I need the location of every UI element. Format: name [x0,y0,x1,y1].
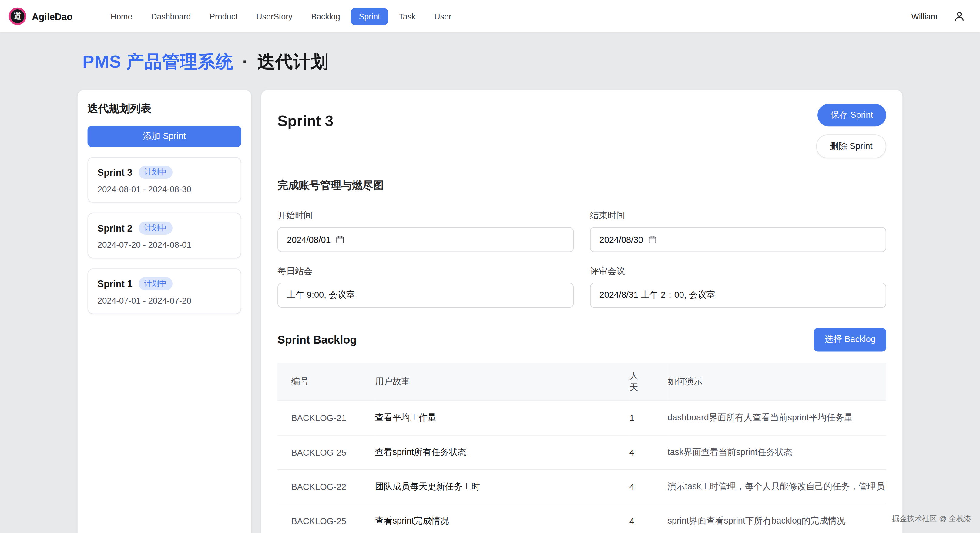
review-field-group: 评审会议 2024/8/31 上午 2：00, 会议室 [590,266,886,308]
backlog-demo-cell: task界面查看当前sprint任务状态 [667,435,886,469]
backlog-days-cell: 4 [630,469,668,504]
nav-item-backlog[interactable]: Backlog [303,8,348,25]
nav-item-dashboard[interactable]: Dashboard [143,8,199,25]
start-time-input[interactable]: 2024/08/01 [277,227,574,252]
column-header-id: 编号 [277,363,375,401]
sprint-list-item-2[interactable]: Sprint 2 计划中 2024-07-20 - 2024-08-01 [88,213,241,258]
calendar-icon[interactable] [648,235,657,244]
page-title-section: 迭代计划 [258,52,329,71]
backlog-days-cell: 4 [630,435,668,469]
nav-right: William [911,11,971,22]
backlog-days-cell: 4 [630,504,668,533]
backlog-table-header-row: 编号 用户故事 人天 如何演示 [277,363,886,401]
backlog-story-cell: 团队成员每天更新任务工时 [375,469,630,504]
backlog-demo-cell: dashboard界面所有人查看当前sprint平均任务量 [667,401,886,435]
review-label: 评审会议 [590,266,886,277]
current-username: William [911,11,937,21]
sprint-list-item-1[interactable]: Sprint 1 计划中 2024-07-01 - 2024-07-20 [88,268,241,314]
table-row[interactable]: BACKLOG-25 查看sprint完成情况 4 sprint界面查看spri… [277,504,886,533]
sprint-status-badge: 计划中 [138,222,172,235]
sprint-item-dates: 2024-07-01 - 2024-07-20 [98,296,231,305]
sprint-list-item-3[interactable]: Sprint 3 计划中 2024-08-01 - 2024-08-30 [88,157,241,203]
main-content: 迭代规划列表 添加 Sprint Sprint 3 计划中 2024-08-01… [78,90,903,533]
standup-value: 上午 9:00, 会议室 [287,290,355,301]
backlog-days-cell: 1 [630,401,668,435]
add-sprint-button[interactable]: 添加 Sprint [88,126,241,147]
sprint-detail-actions: 保存 Sprint 删除 Sprint [816,104,886,158]
start-time-value: 2024/08/01 [287,235,331,245]
sprint-form: 开始时间 2024/08/01 结束时间 2024/08/30 [277,211,886,308]
delete-sprint-button[interactable]: 删除 Sprint [816,134,886,158]
nav-item-userstory[interactable]: UserStory [248,8,301,25]
end-time-value: 2024/08/30 [600,235,643,245]
brand-name: AgileDao [32,11,72,22]
logo-icon: 道 [9,8,26,25]
save-sprint-button[interactable]: 保存 Sprint [817,104,886,126]
standup-input[interactable]: 上午 9:00, 会议室 [277,283,574,308]
brand-logo[interactable]: 道 AgileDao [9,8,72,25]
sprint-status-badge: 计划中 [138,277,172,290]
nav-item-user[interactable]: User [426,8,460,25]
start-time-field-group: 开始时间 2024/08/01 [277,211,574,252]
nav-item-task[interactable]: Task [391,8,424,25]
sprint-backlog-title: Sprint Backlog [277,333,357,346]
column-header-story: 用户故事 [375,363,630,401]
end-time-input[interactable]: 2024/08/30 [590,227,886,252]
standup-label: 每日站会 [277,266,574,277]
watermark-text: 掘金技术社区 @ 全栈港 [892,514,971,524]
nav-item-product[interactable]: Product [201,8,246,25]
column-header-days: 人天 [630,363,668,401]
app-viewport: 道 AgileDao Home Dashboard Product UserSt… [0,0,980,533]
table-row[interactable]: BACKLOG-21 查看平均工作量 1 dashboard界面所有人查看当前s… [277,401,886,435]
sprint-detail-panel: Sprint 3 保存 Sprint 删除 Sprint 完成账号管理与燃尽图 … [261,90,903,533]
end-time-field-group: 结束时间 2024/08/30 [590,211,886,252]
sprint-item-name: Sprint 1 [98,278,132,289]
backlog-id-cell: BACKLOG-22 [277,469,375,504]
backlog-id-cell: BACKLOG-25 [277,435,375,469]
sprint-item-dates: 2024-08-01 - 2024-08-30 [98,185,231,194]
sprint-list-panel: 迭代规划列表 添加 Sprint Sprint 3 计划中 2024-08-01… [78,90,251,533]
sprint-list-title: 迭代规划列表 [88,101,241,116]
backlog-story-cell: 查看平均工作量 [375,401,630,435]
nav-items: Home Dashboard Product UserStory Backlog… [102,8,460,25]
table-row[interactable]: BACKLOG-25 查看sprint所有任务状态 4 task界面查看当前sp… [277,435,886,469]
sprint-detail-title: Sprint 3 [277,113,333,130]
page-title: PMS 产品管理系统 · 迭代计划 [83,50,980,74]
backlog-table: 编号 用户故事 人天 如何演示 BACKLOG-21 查看平均工作量 1 das… [277,363,886,533]
select-backlog-button[interactable]: 选择 Backlog [814,328,886,351]
end-time-label: 结束时间 [590,211,886,222]
nav-item-home[interactable]: Home [102,8,140,25]
backlog-story-cell: 查看sprint所有任务状态 [375,435,630,469]
calendar-icon[interactable] [336,235,344,244]
backlog-demo-cell: 演示task工时管理，每个人只能修改自己的任务，管理员可以修改所有任务 [667,469,886,504]
column-header-demo: 如何演示 [667,363,886,401]
nav-item-sprint[interactable]: Sprint [351,8,388,25]
sprint-item-name: Sprint 2 [98,223,132,233]
page-title-separator: · [242,52,248,71]
sprint-status-badge: 计划中 [138,166,172,179]
sprint-goal-text: 完成账号管理与燃尽图 [277,178,886,192]
backlog-demo-cell: sprint界面查看sprint下所有backlog的完成情况 [667,504,886,533]
top-nav: 道 AgileDao Home Dashboard Product UserSt… [0,0,980,32]
table-row[interactable]: BACKLOG-22 团队成员每天更新任务工时 4 演示task工时管理，每个人… [277,469,886,504]
start-time-label: 开始时间 [277,211,574,222]
review-input[interactable]: 2024/8/31 上午 2：00, 会议室 [590,283,886,308]
sprint-item-dates: 2024-07-20 - 2024-08-01 [98,240,231,250]
page-title-system: PMS 产品管理系统 [83,52,234,71]
backlog-id-cell: BACKLOG-25 [277,504,375,533]
standup-field-group: 每日站会 上午 9:00, 会议室 [277,266,574,308]
sprint-item-name: Sprint 3 [98,167,132,177]
backlog-id-cell: BACKLOG-21 [277,401,375,435]
review-value: 2024/8/31 上午 2：00, 会议室 [600,290,715,301]
user-profile-icon[interactable] [954,11,965,22]
backlog-story-cell: 查看sprint完成情况 [375,504,630,533]
